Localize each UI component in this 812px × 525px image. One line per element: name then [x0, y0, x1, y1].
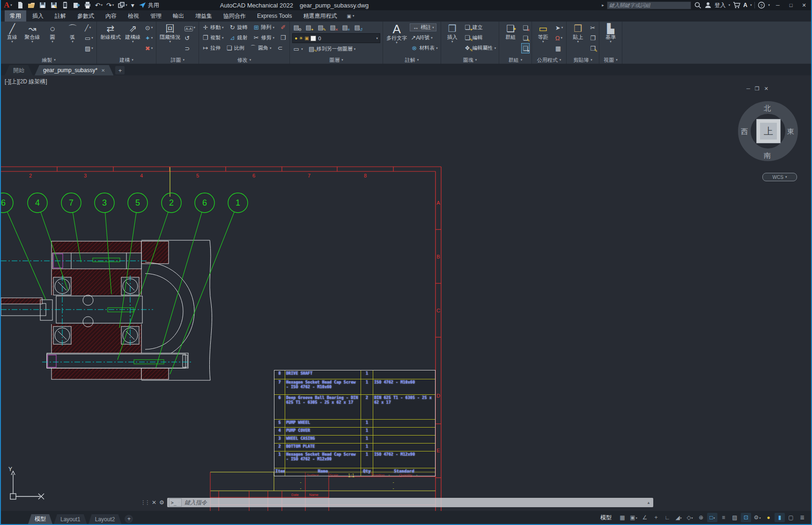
drawing-canvas[interactable]: 64735261 2345678ABCDE SurfaceScale1:1Pos…	[1, 75, 811, 511]
hatch-tool-button[interactable]: ▨▾	[84, 44, 94, 53]
array-button[interactable]: ⊞陣列▾	[252, 24, 275, 31]
polyline-button[interactable]: ↝聚合線▾	[23, 22, 41, 44]
stretch-button[interactable]: ↦拉伸	[201, 44, 221, 52]
file-tab-start[interactable]: 開始	[5, 65, 33, 75]
osnap-toggle[interactable]: □▾	[707, 513, 717, 522]
plot-button[interactable]	[82, 0, 93, 10]
osnap-tracking-toggle[interactable]: ⊕	[696, 513, 706, 522]
ribbon-tab-參數式[interactable]: 參數式	[72, 10, 99, 22]
quick-calc-button[interactable]: Ω▾	[554, 33, 564, 43]
group-edit-button[interactable]: ❏✎	[522, 33, 529, 43]
ribbon-tab-插入[interactable]: 插入	[27, 10, 49, 22]
layer-off-button[interactable]: ▤✕	[329, 24, 337, 31]
paste-button[interactable]: ❒貼上▾	[569, 22, 587, 44]
customization-menu[interactable]: ≣	[797, 513, 807, 522]
save-as-button[interactable]	[49, 0, 59, 10]
create-block-button[interactable]: ❏✦建立	[464, 24, 483, 31]
construction-line-button[interactable]: ⇗建構線▾	[124, 22, 142, 44]
selection-cycling-toggle[interactable]: ⊡	[741, 513, 751, 522]
panel-label-群組[interactable]: 群組▾	[502, 56, 529, 64]
scale-button[interactable]: ❏比例	[225, 44, 245, 52]
help-icon[interactable]: ?	[758, 1, 765, 9]
command-bar-grip[interactable]: ⋮⋮	[140, 499, 149, 506]
layer-select-combo[interactable]: ●☀▣0▾	[292, 33, 380, 43]
lineweight-toggle[interactable]: ≡	[718, 513, 729, 522]
panel-label-視圖[interactable]: 視圖▾	[602, 56, 620, 64]
erase-construction-button[interactable]: ✖▾	[144, 44, 154, 53]
ribbon-overflow-button[interactable]: ▣▾	[343, 10, 358, 22]
layout-tab-模型[interactable]: 模型	[28, 514, 52, 524]
doc-minimize-button[interactable]: ─	[746, 86, 750, 92]
qat-customize-button[interactable]: ▾	[130, 0, 136, 10]
chevron-down-icon[interactable]: ▾	[729, 3, 731, 7]
snap-toggle[interactable]: ▣▾	[628, 513, 639, 522]
undo-button[interactable]: ↶▾	[94, 0, 104, 10]
new-file-button[interactable]	[15, 0, 25, 10]
layer-freeze-button[interactable]: ▤✳	[341, 24, 349, 31]
line-button[interactable]: ╱直線▾	[3, 22, 21, 44]
section-line-button[interactable]: A-A▾	[184, 23, 196, 32]
doc-close-button[interactable]: ✕	[764, 86, 768, 92]
paste-special-button[interactable]: ❒✎	[589, 44, 597, 53]
chevron-down-icon[interactable]: ▾	[768, 3, 770, 7]
mirror-button[interactable]: ⊿鏡射	[229, 34, 248, 41]
dynamic-input-toggle[interactable]: +	[651, 513, 661, 522]
viewcube-top-face[interactable]: 上	[756, 119, 781, 143]
edit-attributes-button[interactable]: ❖✎編輯屬性▾	[464, 44, 497, 52]
panel-label-圖層[interactable]: 圖層▾	[292, 56, 380, 64]
symbol-button[interactable]: ↗A符號▾	[410, 34, 433, 41]
maximize-button[interactable]: □	[786, 2, 796, 8]
command-wrench-icon[interactable]: ⚙	[159, 499, 164, 506]
hide-situation-button[interactable]: 回隱藏情況▾	[159, 22, 181, 44]
edge-display-button[interactable]: ⊃	[184, 44, 196, 53]
infer-constraints-toggle[interactable]: ∠	[640, 513, 650, 522]
chevron-down-icon[interactable]: ▾	[750, 3, 752, 7]
app-logo-button[interactable]: A ▾	[1, 0, 15, 10]
construction-points-button[interactable]: ✦▾	[144, 33, 154, 43]
switch-windows-button[interactable]: ▾	[116, 0, 129, 10]
ribbon-tab-註解[interactable]: 註解	[50, 10, 71, 22]
panel-label-註解[interactable]: 註解▾	[385, 56, 438, 64]
redo-button[interactable]: ↷▾	[105, 0, 115, 10]
file-tab-document[interactable]: gear_pump_subassy* ✕	[35, 65, 113, 75]
sign-in-button[interactable]: 登入	[715, 1, 726, 9]
doc-restore-button[interactable]: ❐	[755, 86, 760, 92]
ribbon-tab-檢視[interactable]: 檢視	[123, 10, 144, 22]
ribbon-tab-精選應用程式[interactable]: 精選應用程式	[298, 10, 342, 22]
layer-edit-button[interactable]: ▤✎	[317, 24, 325, 31]
status-model-button[interactable]: 模型	[600, 514, 612, 522]
dimension-button[interactable]: ↔標註▾	[410, 24, 436, 31]
close-button[interactable]: ✕	[799, 2, 809, 8]
grid-toggle[interactable]: ▦	[617, 513, 627, 522]
export-button[interactable]	[71, 0, 81, 10]
quick-select-button[interactable]: ➤▾	[554, 23, 564, 32]
autodesk-a-icon[interactable]: A	[743, 2, 747, 8]
ribbon-tab-管理[interactable]: 管理	[145, 10, 167, 22]
panel-label-圖塊[interactable]: 圖塊▾	[443, 56, 497, 64]
layer-state-button[interactable]: ▤✦	[304, 24, 312, 31]
bom-table-button[interactable]: ⊗材料表▾	[410, 44, 438, 52]
cut-button[interactable]: ✂	[589, 23, 597, 32]
clean-screen-toggle[interactable]: ▢	[786, 513, 796, 522]
workspace-switch-menu[interactable]: ⚙▾	[752, 513, 762, 522]
ribbon-tab-常用[interactable]: 常用	[5, 10, 26, 22]
viewcube[interactable]: 北 南 西 東 上	[738, 101, 798, 161]
transparency-toggle[interactable]: ▨	[730, 513, 740, 522]
new-tab-button[interactable]: +	[115, 66, 125, 74]
panel-label-詳圖[interactable]: 詳圖▾	[159, 56, 196, 64]
wcs-selector[interactable]: WCS▾	[762, 173, 797, 181]
circle-button[interactable]: ○圓▾	[44, 22, 61, 44]
command-input[interactable]: >_▾ 鍵入指令 ▲	[167, 498, 653, 507]
move-to-layer-button[interactable]: ▤↷移到另一個圖層▾	[308, 45, 356, 52]
layout-tab-Layout2[interactable]: Layout2	[89, 514, 122, 524]
erase-button[interactable]: ✐	[279, 24, 287, 31]
save-button[interactable]	[37, 0, 48, 10]
user-icon[interactable]	[704, 1, 712, 9]
group-button[interactable]: ❏✦群組	[502, 22, 519, 40]
explode-button[interactable]: ❒	[279, 34, 287, 41]
command-close-icon[interactable]: ✕	[152, 499, 156, 506]
search-input[interactable]	[607, 1, 691, 9]
polar-tracking-toggle[interactable]: ◢▾	[673, 513, 684, 522]
share-button[interactable]: 共用	[139, 1, 159, 9]
arc-button[interactable]: ⌒弧▾	[64, 22, 81, 44]
